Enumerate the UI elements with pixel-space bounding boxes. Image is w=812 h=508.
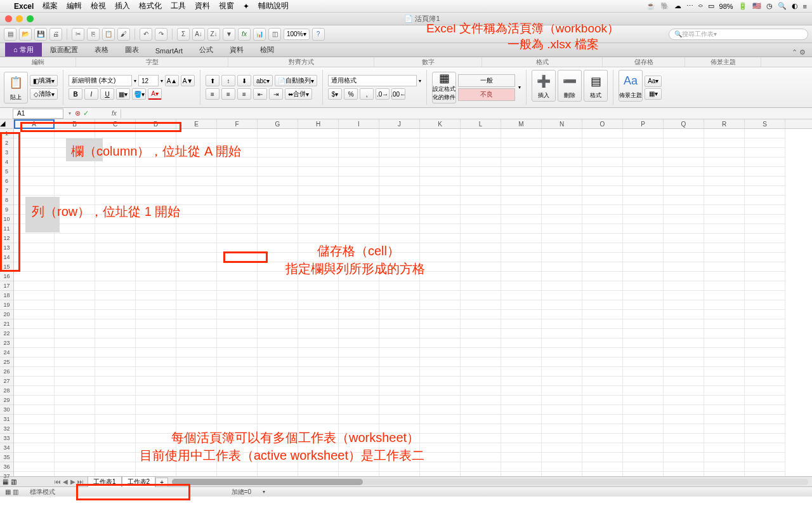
row-header-1[interactable]: 1 [0, 129, 13, 138]
cell[interactable] [664, 434, 704, 443]
cell[interactable] [623, 129, 664, 138]
cell[interactable] [623, 243, 664, 253]
underline-button[interactable]: U [100, 88, 114, 100]
cell[interactable] [136, 205, 176, 215]
cell[interactable] [582, 234, 623, 243]
cell[interactable] [461, 453, 501, 462]
cell[interactable] [95, 386, 136, 396]
cell[interactable] [582, 291, 623, 300]
cell[interactable] [55, 338, 95, 348]
bold-button[interactable]: B [69, 88, 82, 100]
cell[interactable] [664, 453, 704, 462]
cell[interactable] [298, 348, 339, 358]
cell[interactable] [582, 196, 623, 205]
fill-button[interactable]: ◧ 填滿 ▾ [30, 75, 58, 86]
cell[interactable] [623, 329, 664, 338]
cell[interactable] [582, 319, 623, 329]
row-header-8[interactable]: 8 [0, 196, 13, 205]
number-format-select[interactable]: 通用格式 [328, 75, 417, 86]
cell[interactable] [298, 291, 339, 300]
cell[interactable] [745, 262, 785, 272]
cell[interactable] [623, 300, 664, 310]
cell[interactable] [55, 424, 95, 434]
cell[interactable] [704, 281, 745, 291]
spotlight-icon[interactable]: 🔍 [778, 2, 787, 10]
cell[interactable] [217, 291, 258, 300]
cell[interactable] [704, 329, 745, 338]
cell[interactable] [501, 243, 542, 253]
cell[interactable] [542, 281, 582, 291]
cell[interactable] [136, 386, 176, 396]
cell[interactable] [95, 262, 136, 272]
row-header-34[interactable]: 34 [0, 443, 13, 453]
cell[interactable] [745, 186, 785, 196]
cell[interactable] [542, 196, 582, 205]
cell[interactable] [95, 424, 136, 434]
col-header-M[interactable]: M [501, 119, 542, 128]
format-cells-button[interactable]: ▤格式 [584, 70, 608, 102]
cell[interactable] [258, 205, 298, 215]
cell[interactable] [501, 224, 542, 234]
cell[interactable] [136, 129, 176, 138]
cell[interactable] [542, 224, 582, 234]
cell[interactable] [176, 253, 217, 262]
cell[interactable] [176, 310, 217, 319]
cell[interactable] [176, 434, 217, 443]
cell[interactable] [339, 224, 379, 234]
cell[interactable] [582, 396, 623, 405]
cell[interactable] [14, 310, 55, 319]
autosum-button[interactable]: Σ [177, 28, 190, 41]
cell[interactable] [176, 262, 217, 272]
cell[interactable] [461, 205, 501, 215]
cell[interactable] [55, 281, 95, 291]
cell[interactable] [461, 443, 501, 453]
currency-button[interactable]: $▾ [328, 88, 342, 100]
cell[interactable] [258, 196, 298, 205]
cell[interactable] [623, 224, 664, 234]
cell[interactable] [745, 396, 785, 405]
cell[interactable] [217, 272, 258, 281]
italic-button[interactable]: I [84, 88, 98, 100]
tab-review[interactable]: 檢閱 [252, 43, 282, 57]
cell[interactable] [136, 462, 176, 472]
cell[interactable] [379, 462, 420, 472]
cell[interactable] [704, 462, 745, 472]
fill-color-button[interactable]: 🪣▾ [132, 88, 146, 100]
cell[interactable] [420, 310, 461, 319]
cell[interactable] [55, 472, 95, 476]
cell[interactable] [745, 310, 785, 319]
cell[interactable] [379, 177, 420, 186]
cell[interactable] [298, 148, 339, 157]
display-icon[interactable]: ▭ [708, 2, 714, 10]
cell[interactable] [14, 129, 55, 138]
cell[interactable] [136, 424, 176, 434]
cell[interactable] [582, 215, 623, 224]
cell[interactable] [501, 234, 542, 243]
cell[interactable] [95, 234, 136, 243]
cell[interactable] [217, 377, 258, 386]
zoom-select[interactable]: 100% ▾ [284, 29, 310, 40]
theme-aa-button[interactable]: Aa▾ [645, 76, 662, 87]
column-headers[interactable]: ABCDEFGHIJKLMNOPQRS [14, 119, 812, 129]
border-button[interactable]: ▦▾ [116, 88, 130, 100]
cell[interactable] [136, 310, 176, 319]
cell[interactable] [745, 205, 785, 215]
row-header-15[interactable]: 15 [0, 262, 13, 272]
cell[interactable] [136, 405, 176, 415]
cell[interactable] [461, 310, 501, 319]
cell[interactable] [582, 157, 623, 167]
cell[interactable] [379, 453, 420, 462]
cell[interactable] [582, 262, 623, 272]
cell[interactable] [542, 234, 582, 243]
cell[interactable] [298, 329, 339, 338]
col-header-N[interactable]: N [542, 119, 582, 128]
cell[interactable] [420, 281, 461, 291]
cell[interactable] [420, 377, 461, 386]
cell[interactable] [95, 215, 136, 224]
theme-button[interactable]: Aa佈景主題 [619, 70, 643, 102]
cell[interactable] [339, 205, 379, 215]
cell[interactable] [339, 215, 379, 224]
zoom-button[interactable] [27, 15, 34, 22]
cell[interactable] [542, 405, 582, 415]
cell[interactable] [745, 367, 785, 377]
